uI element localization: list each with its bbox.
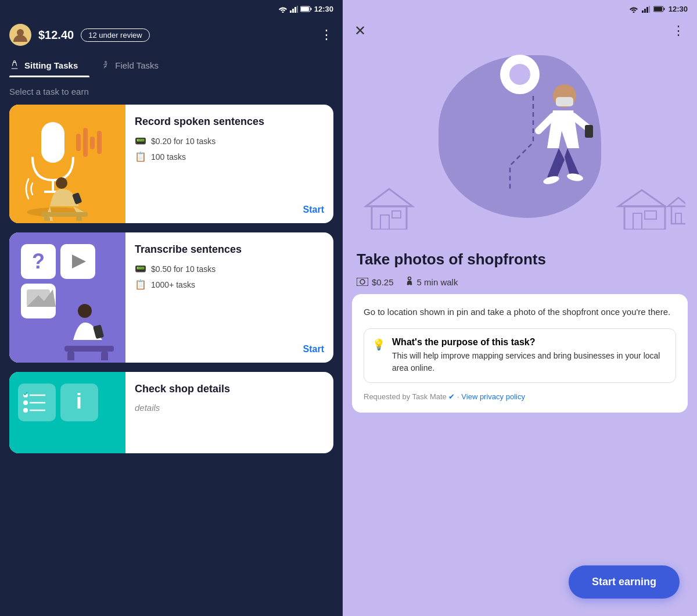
task-description: Go to location shown in pin and take a p… (364, 306, 676, 319)
transcribe-illustration: ? (9, 232, 125, 360)
pay-icon-transcribe: 📟 (135, 263, 146, 274)
task-count-transcribe: 1000+ tasks (151, 280, 195, 289)
task-card-transcribe: ? (9, 232, 333, 363)
tab-sitting-label: Sitting Tasks (24, 60, 78, 70)
check-illustration: i (9, 372, 125, 453)
task-meta-count-record: 📋 100 tasks (135, 151, 324, 162)
mic-illustration (9, 105, 125, 221)
svg-rect-64 (556, 97, 573, 106)
svg-rect-21 (76, 217, 82, 221)
svg-rect-20 (44, 217, 50, 221)
user-avatar (9, 24, 31, 46)
requester-text: Requested by Task Mate (364, 392, 447, 401)
review-badge: 12 under review (81, 28, 150, 42)
svg-point-69 (360, 280, 365, 284)
svg-rect-2 (294, 7, 296, 13)
purpose-body: This will help improve mapping services … (392, 350, 667, 374)
svg-rect-1 (292, 9, 294, 13)
svg-rect-49 (654, 7, 662, 11)
left-panel: 12:30 $12.40 12 under review ⋮ Sitting T… (0, 0, 343, 616)
right-wifi-icon (629, 6, 638, 13)
hero-illustration (343, 44, 697, 241)
field-walk-value: 5 min walk (417, 277, 458, 287)
svg-point-8 (105, 61, 107, 63)
svg-point-29 (78, 304, 92, 318)
right-menu-button[interactable]: ⋮ (672, 23, 685, 38)
tab-sitting[interactable]: Sitting Tasks (9, 52, 89, 77)
right-panel: 12:30 ✕ ⋮ (343, 0, 697, 616)
svg-point-67 (566, 173, 584, 182)
right-status-bar: 12:30 (343, 0, 697, 18)
requester-line: Requested by Task Mate ✔ · View privacy … (364, 392, 676, 401)
right-battery-icon (653, 6, 665, 12)
left-menu-button[interactable]: ⋮ (320, 27, 333, 42)
svg-rect-32 (67, 352, 74, 360)
svg-marker-50 (366, 189, 412, 206)
task-body-record: Record spoken sentences 📟 $0.20 for 10 t… (125, 105, 333, 223)
houses-left (360, 183, 418, 230)
privacy-link[interactable]: View privacy policy (461, 392, 525, 401)
task-pay-record: $0.20 for 10 tasks (151, 137, 215, 146)
task-image-transcribe: ? (9, 232, 125, 363)
task-image-record (9, 105, 125, 223)
location-pin (497, 52, 543, 110)
tab-field[interactable]: Field Tasks (101, 52, 170, 77)
detail-card: Go to location shown in pin and take a p… (352, 294, 688, 413)
start-earning-button[interactable]: Start earning (569, 565, 680, 599)
count-icon-transcribe: 📋 (135, 279, 146, 290)
verified-icon: ✔ (448, 392, 455, 401)
svg-rect-59 (671, 206, 685, 224)
battery-icon (300, 6, 312, 12)
task-body-check: Check shop details details (125, 372, 333, 453)
svg-rect-56 (633, 213, 642, 230)
signal-icon (290, 6, 298, 13)
svg-marker-58 (668, 198, 685, 206)
svg-rect-65 (585, 125, 593, 138)
task-walk-meta: 5 min walk (405, 277, 458, 287)
pay-icon-record: 📟 (135, 135, 146, 146)
svg-rect-0 (290, 10, 292, 13)
task-meta-pay-record: 📟 $0.20 for 10 tasks (135, 135, 324, 146)
task-title-check: Check shop details (135, 382, 324, 396)
left-header: $12.40 12 under review ⋮ (0, 18, 343, 52)
tab-field-label: Field Tasks (115, 60, 159, 70)
start-button-record[interactable]: Start (135, 205, 324, 215)
svg-rect-19 (41, 212, 88, 217)
svg-rect-33 (101, 352, 108, 360)
lightbulb-icon: 💡 (372, 338, 385, 351)
count-icon-record: 📋 (135, 151, 146, 162)
svg-rect-15 (97, 131, 102, 154)
svg-rect-13 (83, 128, 88, 157)
left-status-bar: 12:30 (0, 0, 343, 18)
svg-rect-3 (297, 6, 298, 13)
bottom-action-area: Start earning (569, 565, 680, 599)
task-title-transcribe: Transcribe sentences (135, 243, 324, 256)
svg-text:?: ? (32, 249, 45, 273)
wifi-icon (278, 6, 288, 13)
task-meta-pay-transcribe: 📟 $0.50 for 10 tasks (135, 263, 324, 274)
task-image-check: i (9, 372, 125, 453)
svg-text:i: i (76, 389, 82, 413)
svg-rect-12 (76, 134, 81, 151)
task-pay-meta: $0.25 (357, 277, 394, 287)
balance-amount: $12.40 (38, 28, 74, 42)
start-button-transcribe[interactable]: Start (135, 344, 324, 354)
svg-rect-5 (310, 8, 311, 10)
svg-point-17 (56, 177, 67, 189)
field-task-title: Take photos of shopfronts (357, 250, 683, 268)
close-button[interactable]: ✕ (354, 23, 366, 39)
field-task-meta: $0.25 5 min walk (357, 277, 683, 287)
task-tabs: Sitting Tasks Field Tasks (0, 52, 343, 77)
task-card-check: i Check shop details details (9, 372, 333, 453)
pay-icon (357, 278, 368, 286)
left-time: 12:30 (314, 5, 333, 13)
svg-rect-52 (380, 215, 389, 230)
purpose-title: What's the purpose of this task? (392, 337, 667, 348)
svg-rect-43 (642, 10, 644, 13)
walking-icon (101, 60, 110, 70)
purpose-box: 💡 What's the purpose of this task? This … (364, 328, 676, 383)
svg-rect-45 (646, 7, 648, 13)
task-meta-count-transcribe: 📋 1000+ tasks (135, 279, 324, 290)
right-nav: ✕ ⋮ (343, 18, 697, 44)
svg-point-70 (408, 277, 411, 280)
